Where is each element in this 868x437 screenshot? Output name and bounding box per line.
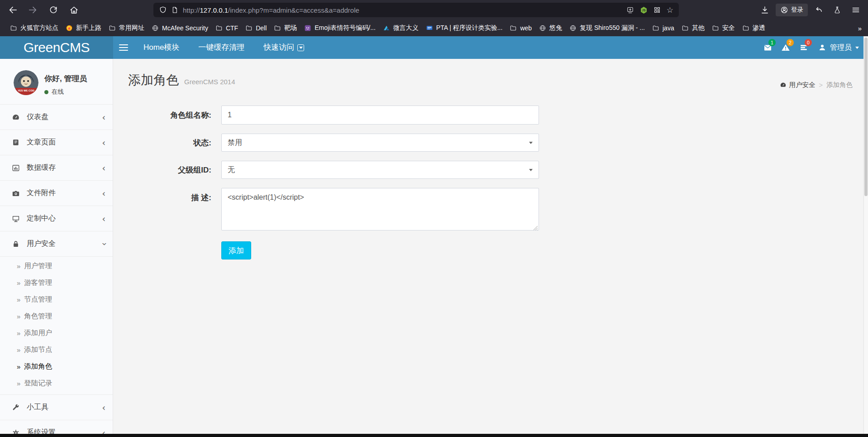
bookmark-item[interactable]: 复现 Shiro550 漏洞 - ...	[566, 22, 649, 34]
bookmark-item[interactable]: 微言大义	[379, 22, 422, 34]
bookmark-item[interactable]: 新手上路	[62, 22, 105, 34]
caret-square-down-icon	[297, 44, 304, 51]
sidebar-subitem-node-manage[interactable]: »节点管理	[0, 291, 113, 308]
tasks-badge: 0	[805, 39, 812, 46]
back-button[interactable]	[5, 2, 20, 18]
firefox-icon	[66, 24, 73, 32]
bookmark-item[interactable]: java	[649, 23, 678, 34]
bookmark-item[interactable]: 安全	[708, 22, 739, 34]
window-bottom-edge	[0, 434, 868, 437]
status-select[interactable]: 禁用	[221, 134, 539, 152]
messages-badge: 1	[768, 39, 776, 46]
sidebar-item-attachments[interactable]: 文件附件 ‹	[0, 181, 113, 206]
bookmark-item[interactable]: 常用网址	[105, 22, 148, 34]
user-menu[interactable]: 管理员	[813, 36, 862, 59]
greencms-navbar: GreenCMS Home模块 一键缓存清理 快速访问 1 2 0 管理员	[0, 36, 868, 59]
tachometer-icon	[11, 113, 21, 121]
reload-button[interactable]	[46, 2, 61, 18]
sidebar-item-dashboard[interactable]: 仪表盘 ‹	[0, 105, 113, 130]
scrollbar-thumb[interactable]	[864, 38, 868, 196]
bookmarks-overflow-chevron[interactable]: »	[858, 24, 862, 32]
tasks-button[interactable]: 0	[795, 36, 813, 59]
account-login-button[interactable]: 登录	[776, 4, 808, 16]
extensions-button[interactable]	[830, 2, 845, 18]
double-angle-icon: »	[17, 346, 20, 354]
content-header: 添加角色 GreenCMS 2014	[114, 59, 863, 89]
qr-code-icon[interactable]	[653, 6, 661, 14]
bookmark-star-icon[interactable]: ☆	[667, 6, 673, 14]
sidebar-subitem-add-node[interactable]: »添加节点	[0, 341, 113, 358]
double-angle-icon: »	[17, 363, 20, 370]
save-page-icon[interactable]	[626, 6, 634, 14]
bookmark-item[interactable]: Dell	[242, 23, 270, 34]
messages-button[interactable]: 1	[758, 36, 777, 59]
bookmark-item[interactable]: McAfee Security	[148, 23, 212, 34]
reload-icon	[49, 5, 58, 14]
app-menu-button[interactable]	[848, 2, 863, 18]
url-bar[interactable]: http://127.0.0.1/index.php?m=admin&c=acc…	[153, 3, 679, 17]
page-info-icon[interactable]	[171, 6, 178, 14]
folder-icon	[652, 24, 659, 32]
folder-icon	[10, 24, 17, 32]
bookmark-item[interactable]: PTA | 程序设计类实验...	[422, 22, 506, 34]
description-textarea[interactable]: <script>alert(1)</script>	[221, 188, 539, 231]
globe-icon	[569, 24, 577, 32]
breadcrumb: 用户安全 > 添加角色	[780, 81, 853, 89]
folder-icon	[712, 24, 719, 32]
content-area: 添加角色 GreenCMS 2014 用户安全 > 添加角色 角色组名称: 状态…	[114, 59, 863, 434]
forward-button[interactable]	[25, 2, 41, 18]
sidebar-item-data-cache[interactable]: 数据缓存 ‹	[0, 155, 113, 181]
brand-logo[interactable]: GreenCMS	[0, 36, 113, 59]
nav-cache-clear[interactable]: 一键缓存清理	[189, 36, 254, 59]
site-icon	[383, 24, 390, 32]
undo-closed-tab-button[interactable]	[811, 2, 826, 18]
sidebar-subitem-guest-manage[interactable]: »游客管理	[0, 274, 113, 291]
double-angle-icon: »	[17, 262, 20, 270]
parent-group-label: 父级组ID:	[127, 161, 218, 179]
sidebar-toggle-button[interactable]	[113, 36, 134, 59]
bookmark-item[interactable]: web	[506, 23, 535, 34]
sidebar-item-user-security[interactable]: 用户安全 ‹	[0, 231, 113, 257]
sidebar-item-articles[interactable]: 文章页面 ‹	[0, 130, 113, 155]
nav-quick-access[interactable]: 快速访问	[254, 36, 314, 59]
bookmark-item[interactable]: 渗透	[739, 22, 769, 34]
sidebar-subitem-role-manage[interactable]: »角色管理	[0, 308, 113, 325]
bookmark-item[interactable]: 悠兔	[535, 22, 566, 34]
hamburger-icon	[119, 44, 128, 46]
page-scrollbar[interactable]	[863, 36, 868, 434]
svg-text:JS: JS	[642, 9, 645, 12]
caret-down-icon	[855, 47, 859, 49]
parent-group-select[interactable]: 无	[221, 161, 539, 179]
bookmark-item[interactable]: 其他	[678, 22, 708, 34]
select-caret-icon	[529, 142, 533, 144]
double-angle-icon: »	[17, 379, 20, 387]
double-angle-icon: »	[17, 296, 20, 303]
add-button[interactable]: 添加	[221, 241, 251, 259]
resize-handle-icon[interactable]	[533, 226, 538, 231]
bookmark-item[interactable]: Emoji表情符号编码/...	[300, 22, 379, 34]
nav-home-module[interactable]: Home模块	[134, 36, 189, 59]
bar-chart-icon	[11, 164, 21, 172]
bookmark-item[interactable]: CTF	[212, 23, 242, 34]
forward-arrow-icon	[28, 5, 38, 15]
warnings-badge: 2	[787, 39, 794, 46]
sidebar-subitem-add-user[interactable]: »添加用户	[0, 325, 113, 341]
bookmark-item[interactable]: 火狐官方站点	[6, 22, 62, 34]
sidebar-item-tools[interactable]: 小工具 ‹	[0, 395, 113, 420]
description-label: 描 述:	[127, 188, 218, 232]
chevron-down-icon: ‹	[99, 242, 109, 246]
role-name-input[interactable]	[221, 106, 539, 125]
breadcrumb-section-link[interactable]: 用户安全	[780, 81, 816, 89]
js-badge-icon[interactable]: JS	[640, 6, 648, 14]
user-security-submenu: »用户管理 »游客管理 »节点管理 »角色管理 »添加用户 »添加节点 »添加角…	[0, 257, 113, 395]
warnings-button[interactable]: 2	[777, 36, 795, 59]
home-button[interactable]	[66, 2, 81, 18]
sidebar-subitem-login-records[interactable]: »登陆记录	[0, 375, 113, 392]
globe-icon	[539, 24, 546, 32]
bookmark-item[interactable]: 靶场	[270, 22, 300, 34]
svg-text:YES WE COD: YES WE COD	[18, 89, 34, 92]
sidebar-subitem-user-manage[interactable]: »用户管理	[0, 258, 113, 274]
sidebar-subitem-add-role[interactable]: »添加角色	[0, 358, 113, 375]
downloads-button[interactable]	[757, 2, 773, 18]
sidebar-item-customize[interactable]: 定制中心 ‹	[0, 206, 113, 231]
